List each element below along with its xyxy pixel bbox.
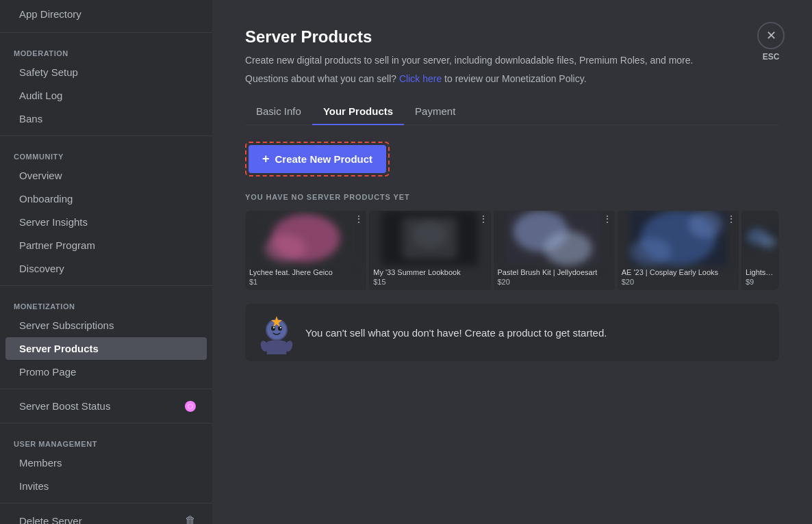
svg-point-21: [273, 327, 275, 328]
product-price-5: $9: [746, 278, 775, 286]
section-label-monetization: MONETIZATION: [0, 291, 212, 313]
esc-label: ESC: [763, 52, 780, 62]
sidebar-item-delete-server[interactable]: Delete Server 🗑: [5, 509, 207, 524]
boost-badge-icon: ⬡: [185, 401, 196, 412]
sidebar-item-server-boost-status[interactable]: Server Boost Status ⬡: [5, 395, 207, 417]
product-sample-card-3: Pastel Brush Kit | Jellydoesart $20 ⋮: [494, 211, 615, 290]
sidebar-item-app-directory[interactable]: App Directory: [5, 1, 207, 27]
section-label-user-management: USER MANAGEMENT: [0, 429, 212, 451]
product-price-3: $20: [498, 278, 611, 286]
svg-rect-3: [258, 211, 354, 265]
tab-basic-info[interactable]: Basic Info: [245, 100, 312, 125]
product-sample-card-2: My '33 Summer Lookbook $15 ⋮: [369, 211, 490, 290]
empty-mascot: [259, 315, 294, 350]
sidebar-item-server-products[interactable]: Server Products: [5, 337, 207, 360]
sidebar: App Directory MODERATION Safety Setup Au…: [0, 0, 212, 524]
divider: [0, 32, 212, 33]
product-menu-icon-4[interactable]: ⋮: [726, 213, 736, 224]
create-new-product-button[interactable]: + Create New Product: [249, 145, 386, 173]
sidebar-item-partner-program[interactable]: Partner Program: [5, 234, 207, 257]
product-sample-card-5: Lightsaber Mod Pack | H... $9: [741, 211, 779, 290]
divider: [0, 423, 212, 423]
product-title-1: Lychee feat. Jhere Geico: [249, 268, 362, 276]
divider: [0, 503, 212, 503]
svg-point-12: [630, 238, 671, 265]
sidebar-item-discovery[interactable]: Discovery: [5, 257, 207, 280]
sidebar-item-server-insights[interactable]: Server Insights: [5, 211, 207, 233]
page-description: Create new digital products to sell in y…: [245, 53, 779, 68]
trash-icon: 🗑: [185, 514, 196, 524]
product-price-4: $20: [622, 278, 735, 286]
sidebar-item-onboarding[interactable]: Onboarding: [5, 187, 207, 210]
product-info-2: My '33 Summer Lookbook $15: [369, 265, 490, 290]
empty-state: You can't sell what you don't have! Crea…: [245, 304, 779, 361]
product-info-5: Lightsaber Mod Pack | H... $9: [741, 265, 779, 290]
svg-point-20: [278, 326, 282, 331]
sidebar-item-members[interactable]: Members: [5, 451, 207, 474]
sidebar-item-audit-log[interactable]: Audit Log: [5, 84, 207, 107]
sidebar-item-promo-page[interactable]: Promo Page: [5, 361, 207, 383]
no-products-label: YOU HAVE NO SERVER PRODUCTS YET: [245, 193, 779, 201]
product-price-1: $1: [249, 278, 362, 286]
product-menu-icon-3[interactable]: ⋮: [602, 213, 612, 224]
plus-icon: +: [262, 152, 270, 166]
tab-your-products[interactable]: Your Products: [312, 100, 404, 125]
close-icon[interactable]: ✕: [757, 22, 785, 49]
product-thumbnails: Lychee feat. Jhere Geico $1 ⋮ My '33 Sum…: [245, 211, 779, 290]
main-content: ✕ ESC Server Products Create new digital…: [212, 0, 812, 524]
divider: [0, 285, 212, 286]
product-title-4: AE '23 | Cosplay Early Looks: [622, 268, 735, 276]
tabs: Basic Info Your Products Payment: [245, 100, 779, 125]
page-description-2: Questions about what you can sell? Click…: [245, 72, 779, 86]
sidebar-item-server-subscriptions[interactable]: Server Subscriptions: [5, 314, 207, 337]
product-title-3: Pastel Brush Kit | Jellydoesart: [498, 268, 611, 276]
svg-point-13: [688, 211, 722, 238]
monetization-policy-link[interactable]: Click here: [399, 73, 442, 84]
esc-button[interactable]: ✕ ESC: [757, 22, 785, 62]
product-info-3: Pastel Brush Kit | Jellydoesart $20: [494, 265, 615, 290]
svg-point-22: [280, 327, 281, 328]
svg-point-9: [544, 231, 592, 265]
product-title-2: My '33 Summer Lookbook: [373, 268, 486, 276]
product-info-1: Lychee feat. Jhere Geico $1: [245, 265, 366, 290]
product-menu-icon-1[interactable]: ⋮: [354, 213, 364, 224]
svg-point-19: [271, 326, 275, 331]
section-label-community: COMMUNITY: [0, 142, 212, 163]
product-sample-card-4: AE '23 | Cosplay Early Looks $20 ⋮: [618, 211, 739, 290]
create-btn-wrapper: + Create New Product: [245, 142, 390, 176]
product-title-5: Lightsaber Mod Pack | H...: [746, 268, 775, 276]
empty-state-text: You can't sell what you don't have! Crea…: [305, 327, 607, 339]
product-info-4: AE '23 | Cosplay Early Looks $20: [618, 265, 739, 290]
page-title: Server Products: [245, 27, 779, 47]
sidebar-item-safety-setup[interactable]: Safety Setup: [5, 61, 207, 83]
sidebar-item-invites[interactable]: Invites: [5, 475, 207, 497]
sidebar-item-overview[interactable]: Overview: [5, 164, 207, 187]
product-price-2: $15: [373, 278, 486, 286]
divider: [0, 135, 212, 136]
product-menu-icon-2[interactable]: ⋮: [479, 213, 488, 224]
section-label-moderation: MODERATION: [0, 38, 212, 60]
divider: [0, 389, 212, 389]
sidebar-item-bans[interactable]: Bans: [5, 107, 207, 130]
svg-point-6: [413, 221, 447, 248]
product-sample-card-1: Lychee feat. Jhere Geico $1 ⋮: [245, 211, 366, 290]
svg-point-16: [761, 236, 777, 248]
tab-payment[interactable]: Payment: [404, 100, 466, 125]
